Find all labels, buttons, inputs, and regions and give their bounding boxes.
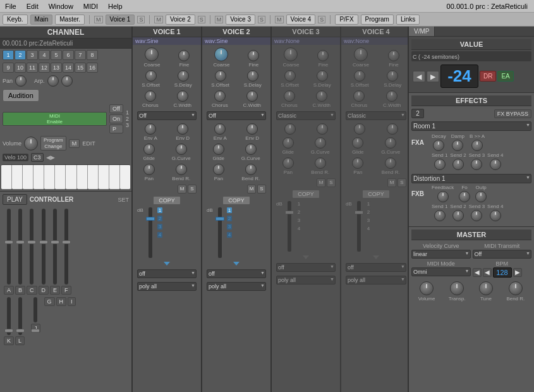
midi-mode-wrapper[interactable]: Omni bbox=[411, 267, 471, 276]
num-btn-10[interactable]: 10 bbox=[15, 63, 26, 73]
p-btn[interactable]: P bbox=[109, 125, 123, 133]
voice4-poly-dropdown[interactable]: poly all bbox=[346, 276, 406, 285]
voice1-copy-btn[interactable]: COPY bbox=[153, 196, 181, 205]
voice2-gcurve-knob[interactable] bbox=[245, 144, 257, 155]
fxa-send4-knob[interactable] bbox=[490, 159, 501, 170]
fx-bypass-btn[interactable]: FX BYPASS bbox=[494, 109, 531, 118]
voice4-k3-knob[interactable] bbox=[354, 70, 365, 82]
voice1-gcurve-knob[interactable] bbox=[176, 144, 187, 155]
fxa-ba-knob[interactable] bbox=[471, 140, 483, 151]
voice3-k7-knob[interactable] bbox=[284, 123, 296, 135]
voice4-k5-knob[interactable] bbox=[353, 90, 365, 102]
ctrl-j-fader[interactable] bbox=[33, 297, 37, 322]
arp-knob[interactable] bbox=[47, 75, 59, 87]
voice4-s-btn[interactable]: S bbox=[397, 178, 406, 187]
ctrl-k-fader[interactable] bbox=[7, 297, 11, 335]
fxa-send2-knob[interactable] bbox=[452, 159, 464, 170]
voice1-poly-dropdown[interactable]: poly all bbox=[137, 282, 197, 291]
program-change-btn[interactable]: ProgramChange bbox=[40, 136, 66, 150]
voice2-off-wrapper[interactable]: Off bbox=[207, 111, 266, 120]
voice2-m-btn[interactable]: M bbox=[247, 185, 256, 193]
dr-button[interactable]: DR bbox=[480, 71, 496, 82]
num-btn-1[interactable]: 1 bbox=[3, 50, 14, 60]
voice3-fader-num-3[interactable]: 3 bbox=[296, 217, 301, 223]
voice3-coarse-knob[interactable] bbox=[284, 47, 298, 61]
toolbar-voice4[interactable]: Voice 4 bbox=[286, 15, 316, 25]
voice1-env1-knob[interactable] bbox=[145, 123, 156, 135]
voice4-fader-track[interactable] bbox=[357, 201, 361, 252]
piano-key-11[interactable] bbox=[109, 165, 120, 190]
ea-button[interactable]: EA bbox=[497, 71, 513, 82]
num-btn-15[interactable]: 15 bbox=[75, 63, 86, 73]
voice4-off-wrapper[interactable]: off bbox=[346, 263, 406, 272]
toolbar-links[interactable]: Links bbox=[396, 15, 420, 25]
voice1-off-wrapper[interactable]: Off bbox=[137, 111, 197, 120]
ctrl-a-label[interactable]: A bbox=[4, 286, 14, 295]
ctrl-d-label[interactable]: D bbox=[39, 286, 49, 295]
voice2-pan-knob[interactable] bbox=[213, 164, 224, 175]
m-channel-btn[interactable]: M bbox=[69, 139, 80, 148]
master-volume-knob[interactable] bbox=[420, 281, 434, 295]
piano-key-10[interactable] bbox=[99, 165, 109, 190]
piano-keyboard[interactable] bbox=[1, 164, 130, 190]
ctrl-f-fader[interactable] bbox=[64, 209, 68, 285]
ctrl-b-fader[interactable] bbox=[18, 209, 22, 285]
fxb-send1-knob[interactable] bbox=[434, 210, 446, 221]
menu-edit[interactable]: Edit bbox=[21, 3, 44, 10]
num-btn-4[interactable]: 4 bbox=[39, 50, 50, 60]
voice2-coarse-knob[interactable] bbox=[214, 47, 228, 61]
fxb-outp-knob[interactable] bbox=[475, 191, 487, 202]
fxa-send1-knob[interactable] bbox=[434, 159, 446, 170]
voice2-env2-knob[interactable] bbox=[246, 123, 258, 135]
voice4-classic-wrapper[interactable]: Classic bbox=[346, 111, 406, 120]
voice4-fader-num-4[interactable]: 4 bbox=[366, 226, 371, 231]
voice2-off-select-wrapper[interactable]: off bbox=[207, 269, 266, 278]
voice2-sdelay-knob[interactable] bbox=[247, 70, 258, 82]
voice4-fader-num-2[interactable]: 2 bbox=[366, 209, 371, 215]
voice1-pan-knob[interactable] bbox=[143, 164, 155, 175]
ctrl-l-label[interactable]: L bbox=[15, 336, 25, 345]
num-btn-7[interactable]: 7 bbox=[75, 50, 86, 60]
voice2-chorus-knob[interactable] bbox=[214, 90, 226, 102]
voice2-glide-knob[interactable] bbox=[213, 144, 224, 155]
voice2-poly-wrapper[interactable]: poly all bbox=[207, 282, 266, 291]
nav-left-btn[interactable]: ◀ bbox=[413, 71, 425, 82]
toolbar-voice3[interactable]: Voice 3 bbox=[226, 15, 255, 25]
voice4-m-btn[interactable]: M bbox=[387, 178, 396, 187]
voice4-fine-knob[interactable] bbox=[388, 50, 399, 61]
voice3-classic-wrapper[interactable]: Classic bbox=[276, 111, 336, 120]
voice1-off-dropdown[interactable]: off bbox=[137, 269, 197, 278]
voice1-bendr-knob[interactable] bbox=[176, 164, 187, 175]
ctrl-e-fader[interactable] bbox=[53, 209, 57, 285]
voice2-fader-num-1[interactable]: 1 bbox=[227, 207, 232, 213]
voice3-k8-knob[interactable] bbox=[317, 123, 328, 135]
fxb-feedback-knob[interactable] bbox=[437, 191, 449, 202]
piano-key-7[interactable] bbox=[66, 165, 76, 190]
voice3-k4-knob[interactable] bbox=[317, 70, 328, 82]
num-btn-2[interactable]: 2 bbox=[15, 50, 26, 60]
voice4-k8-knob[interactable] bbox=[387, 123, 398, 135]
voice3-m-btn[interactable]: M bbox=[317, 178, 325, 187]
audition-button[interactable]: Audition bbox=[3, 89, 39, 102]
voice1-m-btn[interactable]: M bbox=[178, 185, 186, 193]
toolbar-pfx[interactable]: P/FX bbox=[335, 15, 358, 25]
voice2-s-btn[interactable]: S bbox=[257, 185, 266, 193]
nav-right-btn[interactable]: ▶ bbox=[427, 71, 439, 82]
room1-wrapper[interactable]: Room 1 bbox=[411, 121, 531, 131]
voice1-fader-num-1[interactable]: 1 bbox=[157, 207, 162, 213]
voice2-off-select[interactable]: Off bbox=[207, 111, 266, 120]
voice4-fader-num-3[interactable]: 3 bbox=[366, 217, 371, 223]
voice1-soffset-knob[interactable] bbox=[145, 70, 157, 82]
voice3-k11-knob[interactable] bbox=[282, 157, 294, 169]
voice2-soffset-knob[interactable] bbox=[215, 70, 226, 82]
fxb-send4-knob[interactable] bbox=[490, 210, 501, 221]
voice1-fader-track[interactable] bbox=[149, 207, 152, 258]
num-btn-13[interactable]: 13 bbox=[51, 63, 62, 73]
voice3-fine-knob[interactable] bbox=[317, 50, 329, 61]
voice4-fader-num-1[interactable]: 1 bbox=[366, 201, 371, 207]
off-btn[interactable]: Off bbox=[109, 104, 123, 113]
velocity-curve-select[interactable]: linear bbox=[411, 250, 471, 259]
on-btn[interactable]: On bbox=[109, 114, 123, 123]
ctrl-b-label[interactable]: B bbox=[15, 286, 25, 295]
num-btn-8[interactable]: 8 bbox=[87, 50, 98, 60]
